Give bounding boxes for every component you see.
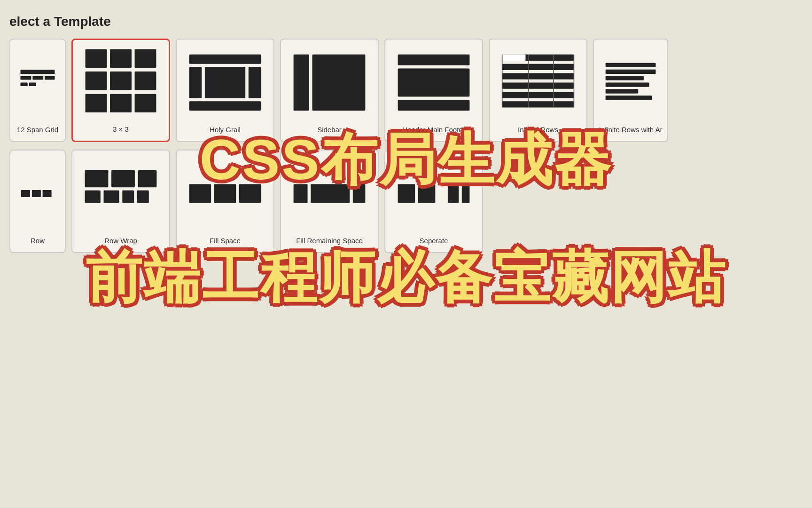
svg-rect-40: [606, 89, 639, 93]
svg-rect-9: [86, 72, 107, 90]
svg-rect-11: [135, 72, 156, 90]
svg-rect-37: [606, 70, 656, 74]
holy-grail-icon: [177, 40, 273, 126]
svg-rect-20: [294, 55, 309, 111]
template-card-infinite-rows-ar[interactable]: Infinite Rows with Ar: [593, 39, 668, 142]
svg-rect-10: [110, 72, 132, 90]
template-section: 12 Span Grid: [0, 39, 812, 253]
svg-rect-53: [214, 184, 236, 203]
holy-grail-label: Holy Grail: [210, 126, 241, 134]
svg-rect-7: [110, 49, 132, 68]
svg-rect-2: [32, 76, 43, 80]
svg-rect-50: [122, 190, 134, 203]
svg-rect-59: [418, 184, 436, 203]
svg-rect-17: [205, 67, 245, 98]
template-card-infinite-rows[interactable]: Infinite Rows: [489, 39, 587, 142]
template-card-12-span-grid[interactable]: 12 Span Grid: [9, 39, 66, 142]
svg-rect-0: [21, 70, 55, 74]
fill-space-icon: [177, 151, 273, 237]
svg-rect-56: [311, 184, 350, 203]
template-row-2: Row Row Wrap: [9, 150, 803, 253]
template-card-fill-space[interactable]: Fill Space: [176, 150, 274, 253]
svg-rect-60: [448, 184, 459, 203]
template-card-header-main-footer[interactable]: Header Main Footer: [384, 39, 483, 142]
svg-rect-21: [312, 55, 365, 111]
svg-rect-61: [462, 184, 470, 203]
svg-rect-48: [85, 190, 101, 203]
row-label: Row: [31, 237, 45, 245]
svg-rect-4: [21, 83, 28, 87]
svg-rect-1: [21, 76, 31, 80]
svg-rect-8: [135, 49, 156, 68]
sidebar-icon: [281, 40, 378, 126]
12-span-grid-icon: [10, 40, 65, 126]
svg-rect-44: [43, 190, 52, 197]
page-title: elect a Template: [0, 0, 812, 39]
infinite-rows-ar-label: Infinite Rows with Ar: [599, 126, 662, 134]
svg-rect-12: [86, 94, 107, 112]
svg-rect-24: [398, 100, 470, 111]
svg-rect-18: [249, 67, 261, 98]
template-card-holy-grail[interactable]: Holy Grail: [176, 39, 274, 142]
header-main-footer-icon: [385, 40, 482, 126]
infinite-rows-ar-icon: [594, 40, 667, 126]
fill-remaining-space-label: Fill Remaining Space: [296, 237, 363, 245]
svg-rect-28: [502, 73, 574, 79]
svg-rect-36: [606, 63, 656, 67]
infinite-rows-icon: [490, 40, 586, 126]
template-row-1: 12 Span Grid: [9, 39, 803, 142]
svg-rect-43: [32, 190, 41, 197]
template-card-seperate[interactable]: Seperate: [384, 150, 483, 253]
svg-rect-46: [111, 170, 135, 188]
svg-rect-26: [502, 55, 526, 61]
svg-rect-57: [353, 184, 366, 203]
seperate-label: Seperate: [420, 237, 448, 245]
svg-rect-22: [398, 55, 470, 65]
svg-rect-42: [21, 190, 30, 197]
row-icon: [10, 151, 65, 237]
template-card-sidebar[interactable]: Sidebar: [280, 39, 379, 142]
svg-rect-3: [45, 76, 55, 80]
svg-rect-45: [85, 170, 109, 188]
template-card-row[interactable]: Row: [9, 150, 66, 253]
template-card-fill-remaining-space[interactable]: Fill Remaining Space: [280, 150, 379, 253]
infinite-rows-label: Infinite Rows: [518, 126, 558, 134]
svg-rect-6: [86, 49, 107, 68]
svg-rect-23: [398, 69, 470, 97]
svg-rect-16: [189, 67, 202, 98]
page-container: elect a Template 12 Span Grid: [0, 0, 812, 253]
svg-rect-27: [502, 64, 574, 70]
svg-rect-14: [135, 94, 156, 112]
svg-rect-13: [110, 94, 132, 112]
svg-rect-39: [606, 83, 649, 87]
svg-rect-47: [138, 170, 157, 188]
svg-rect-30: [502, 92, 574, 98]
row-wrap-label: Row Wrap: [104, 237, 137, 245]
header-main-footer-label: Header Main Footer: [402, 126, 465, 134]
svg-rect-31: [502, 101, 574, 107]
svg-rect-51: [137, 190, 149, 203]
template-card-3x3[interactable]: 3 × 3: [71, 39, 170, 142]
3x3-icon: [73, 37, 169, 125]
svg-rect-19: [189, 101, 261, 111]
svg-rect-38: [606, 76, 644, 80]
sidebar-label: Sidebar: [317, 126, 342, 134]
row-wrap-icon: [72, 151, 169, 237]
svg-rect-58: [398, 184, 415, 203]
svg-rect-15: [189, 55, 261, 64]
fill-remaining-space-icon: [281, 151, 378, 237]
svg-rect-52: [189, 184, 211, 203]
seperate-icon: [385, 151, 482, 237]
3x3-label: 3 × 3: [113, 125, 129, 133]
svg-rect-55: [294, 184, 308, 203]
svg-rect-41: [606, 95, 652, 100]
fill-space-label: Fill Space: [210, 237, 241, 245]
svg-rect-54: [239, 184, 261, 203]
template-card-row-wrap[interactable]: Row Wrap: [71, 150, 170, 253]
svg-rect-29: [502, 83, 574, 89]
svg-rect-49: [103, 190, 119, 203]
svg-rect-5: [29, 83, 36, 87]
12-span-grid-label: 12 Span Grid: [17, 126, 58, 134]
